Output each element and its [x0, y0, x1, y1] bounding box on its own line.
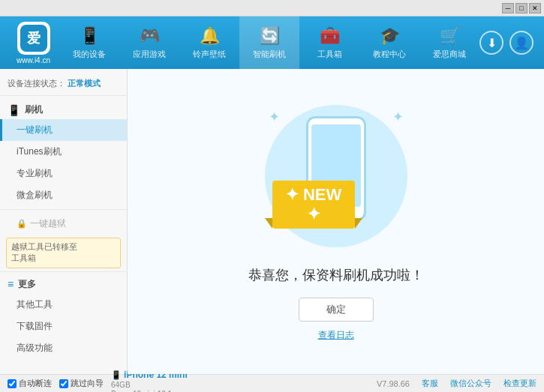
minimize-btn[interactable]: ─: [502, 3, 514, 13]
ribbon-tail-right: [355, 218, 362, 229]
micro-flash-label: 微盒刷机: [17, 190, 53, 200]
auto-close-input[interactable]: [8, 379, 17, 388]
sidebar-item-micro-flash[interactable]: 微盒刷机: [0, 184, 127, 206]
logo-icon: 爱: [17, 22, 50, 55]
nav-label-ringtones: 铃声壁纸: [193, 49, 226, 60]
advanced-label: 高级功能: [17, 343, 53, 353]
nav-icon-app-store: 🛒: [440, 26, 460, 46]
jailbreak-section: 🔒 一键越狱: [0, 213, 127, 235]
nav-item-smart-flash[interactable]: 🔄 智能刷机: [239, 16, 299, 69]
device-storage: 64GB: [111, 381, 131, 389]
other-tools-label: 其他工具: [17, 299, 53, 310]
nav-icon-toolbox: 🧰: [320, 26, 340, 46]
title-bar: ─ □ ✕: [0, 0, 544, 16]
nav-label-toolbox: 工具箱: [317, 49, 342, 60]
close-btn[interactable]: ✕: [529, 3, 541, 13]
ribbon-tail-left: [265, 218, 272, 229]
main-area: 设备连接状态： 正常模式 📱 刷机 一键刷机 iTunes刷机 专业刷机 微盒刷…: [0, 69, 544, 374]
view-log-link[interactable]: 查看日志: [318, 329, 354, 342]
divider-1: [0, 209, 127, 210]
jailbreak-notice: 越狱工具已转移至工具箱: [6, 238, 121, 268]
nav-items: 📱 我的设备 🎮 应用游戏 🔔 铃声壁纸 🔄 智能刷机 🧰 工具箱 🎓 教程中心…: [59, 16, 479, 69]
nav-icon-my-device: 📱: [80, 26, 100, 46]
content-area: ✦ ✦ ✦ NEW ✦ 恭喜您，保资料刷机成功啦！ 确定 查看日志: [128, 69, 544, 374]
auto-close-label: 自动断连: [19, 378, 52, 389]
window-controls[interactable]: ─ □ ✕: [502, 3, 541, 13]
nav-label-app-store: 爱思商城: [433, 49, 466, 60]
maximize-btn[interactable]: □: [515, 3, 527, 13]
sidebar: 设备连接状态： 正常模式 📱 刷机 一键刷机 iTunes刷机 专业刷机 微盒刷…: [0, 69, 128, 374]
ribbon-content: ✦ NEW ✦: [272, 181, 355, 229]
more-icon: ≡: [8, 278, 14, 290]
nav-label-smart-flash: 智能刷机: [253, 49, 286, 60]
status-label: 设备连接状态：: [8, 79, 65, 88]
nav-icon-ringtones: 🔔: [200, 26, 220, 46]
flash-icon: 📱: [8, 104, 20, 116]
bottom-right: V7.98.66 客服 微信公众号 检查更新: [377, 378, 536, 389]
status-value: 正常模式: [68, 79, 101, 88]
itunes-flash-label: iTunes刷机: [17, 146, 62, 157]
nav-item-toolbox[interactable]: 🧰 工具箱: [299, 16, 359, 69]
nav-item-app-store[interactable]: 🛒 爱思商城: [419, 16, 479, 69]
section-flash-label: 刷机: [25, 103, 43, 116]
nav-item-my-device[interactable]: 📱 我的设备: [59, 16, 119, 69]
lock-icon: 🔒: [17, 219, 27, 229]
section-more-header: ≡ 更多: [0, 275, 127, 294]
notice-text: 越狱工具已转移至工具箱: [11, 242, 77, 262]
check-update-link[interactable]: 检查更新: [503, 378, 536, 389]
sidebar-item-advanced[interactable]: 高级功能: [0, 337, 127, 359]
logo[interactable]: 爱 www.i4.cn: [8, 22, 59, 64]
confirm-button[interactable]: 确定: [299, 298, 374, 322]
sidebar-item-other-tools[interactable]: 其他工具: [0, 294, 127, 316]
nav-label-apps: 应用游戏: [133, 49, 166, 60]
sparkle-left-icon: ✦: [269, 109, 280, 125]
customer-service-link[interactable]: 客服: [422, 378, 438, 389]
sparkle-right-icon: ✦: [392, 109, 404, 125]
one-click-flash-label: 一键刷机: [17, 124, 53, 135]
download-btn[interactable]: ⬇: [479, 31, 503, 55]
new-ribbon: ✦ NEW ✦: [272, 181, 355, 229]
skip-wizard-label: 跳过向导: [71, 378, 104, 389]
device-status: 设备连接状态： 正常模式: [0, 75, 127, 96]
section-flash-header: 📱 刷机: [0, 100, 127, 119]
divider-2: [0, 271, 127, 272]
device-model: Down-12mini-13.1: [111, 390, 172, 393]
auto-close-checkbox[interactable]: 自动断连: [8, 378, 52, 389]
section-more-label: 更多: [18, 278, 36, 291]
skip-wizard-input[interactable]: [59, 379, 68, 388]
sidebar-item-one-click-flash[interactable]: 一键刷机: [0, 119, 127, 141]
sidebar-item-pro-flash[interactable]: 专业刷机: [0, 163, 127, 184]
logo-subtitle: www.i4.cn: [17, 56, 50, 64]
nav-item-ringtones[interactable]: 🔔 铃声壁纸: [179, 16, 239, 69]
nav-label-tutorials: 教程中心: [373, 49, 406, 60]
jailbreak-label: 一键越狱: [30, 217, 66, 230]
ribbon-text: NEW: [303, 185, 341, 204]
success-message: 恭喜您，保资料刷机成功啦！: [248, 266, 424, 284]
header: 爱 www.i4.cn 📱 我的设备 🎮 应用游戏 🔔 铃声壁纸 🔄 智能刷机 …: [0, 16, 544, 69]
nav-label-my-device: 我的设备: [73, 49, 106, 60]
logo-inner: 爱: [20, 25, 47, 52]
wechat-link[interactable]: 微信公众号: [450, 378, 491, 389]
sidebar-item-itunes-flash[interactable]: iTunes刷机: [0, 141, 127, 163]
nav-icon-smart-flash: 🔄: [260, 26, 280, 46]
download-fw-label: 下载固件: [17, 321, 53, 331]
version-text: V7.98.66: [377, 379, 410, 388]
nav-item-tutorials[interactable]: 🎓 教程中心: [359, 16, 419, 69]
bottom-bar: 自动断连 跳过向导 📱 iPhone 12 mini 64GB Down-12m…: [0, 374, 544, 392]
nav-icon-apps: 🎮: [140, 26, 160, 46]
sidebar-item-download-fw[interactable]: 下载固件: [0, 316, 127, 337]
nav-icon-tutorials: 🎓: [380, 26, 400, 46]
nav-right-buttons: ⬇ 👤: [479, 31, 533, 55]
pro-flash-label: 专业刷机: [17, 168, 53, 178]
phone-illustration: ✦ ✦ ✦ NEW ✦: [261, 101, 411, 251]
nav-item-apps-games[interactable]: 🎮 应用游戏: [119, 16, 179, 69]
device-phone-icon: 📱: [111, 370, 122, 379]
skip-wizard-checkbox[interactable]: 跳过向导: [59, 378, 104, 389]
user-btn[interactable]: 👤: [509, 31, 533, 55]
